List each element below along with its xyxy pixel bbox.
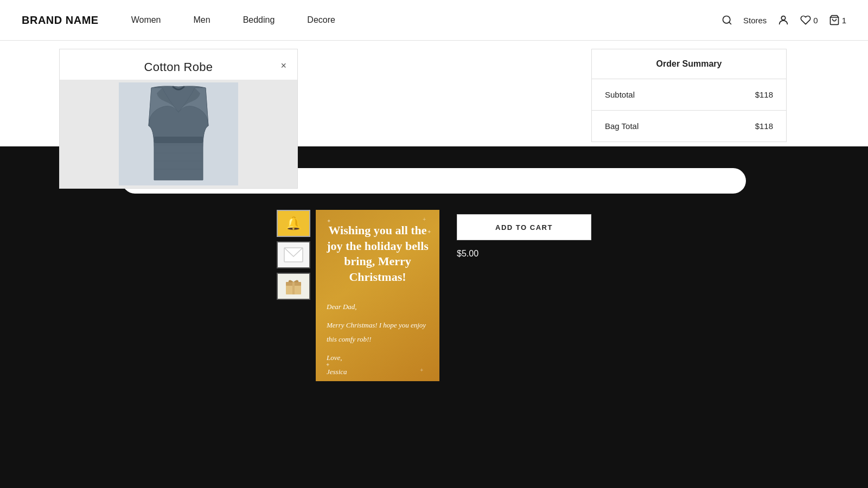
subtotal-row: Subtotal $118 [592,79,786,111]
greeting-card-body: Dear Dad, Merry Christmas! I hope you en… [327,300,429,379]
product-card: Cotton Robe × [59,49,298,189]
dark-section: 🔔 [0,146,868,488]
header: BRAND NAME Women Men Bedding Decore Stor… [0,0,868,41]
product-price: $5.00 [457,249,591,259]
svg-rect-5 [154,137,203,143]
stores-link[interactable]: Stores [743,16,767,25]
subtotal-value: $118 [755,90,773,99]
product-card-header: Cotton Robe × [60,49,297,80]
sparkle-5: + [420,367,423,373]
sparkle-3: ✦ [427,229,431,235]
svg-line-1 [729,22,731,24]
nav-women[interactable]: Women [131,15,161,25]
search-icon[interactable] [722,15,732,25]
close-button[interactable]: × [280,60,286,72]
thumb-bells[interactable]: 🔔 [277,210,310,237]
cart-count: 1 [842,16,846,25]
nav-decore[interactable]: Decore [307,15,335,25]
greeting-card-title: Wishing you all the joy the holiday bell… [327,223,429,285]
subtotal-label: Subtotal [605,90,635,99]
main-area: Cotton Robe × [0,41,868,488]
thumb-envelope[interactable] [277,241,310,268]
sparkle-2: + [423,216,426,222]
wishlist-icon[interactable]: 0 [800,15,818,25]
card-section: 🔔 [277,210,591,381]
bag-total-label: Bag Total [605,121,639,131]
thumbnails: 🔔 [277,210,310,300]
cart-icon[interactable]: 1 [829,15,846,25]
product-image [60,80,297,188]
product-action: ADD TO CART $5.00 [457,210,591,259]
main-nav: Women Men Bedding Decore [131,15,335,25]
nav-men[interactable]: Men [194,15,210,25]
greeting-line4: Jessica [327,365,429,379]
svg-rect-15 [292,282,295,294]
bag-total-row: Bag Total $118 [592,111,786,142]
svg-point-2 [782,16,786,20]
greeting-line3: Love, [327,351,429,365]
sparkle-1: ✦ [327,218,331,224]
thumb-gift[interactable] [277,273,310,300]
bag-total-value: $118 [755,121,773,131]
order-summary: Order Summary Subtotal $118 Bag Total $1… [591,49,787,142]
sparkle-4: ✦ [326,362,330,368]
greeting-line1: Dear Dad, [327,300,429,314]
add-to-cart-button[interactable]: ADD TO CART [457,214,591,240]
header-right: Stores 0 1 [722,14,846,26]
product-card-title: Cotton Robe [144,60,213,74]
brand-name[interactable]: BRAND NAME [22,14,99,27]
greeting-line2: Merry Christmas! I hope you enjoy this c… [327,318,429,346]
header-left: BRAND NAME Women Men Bedding Decore [22,14,335,27]
greeting-card: ✦ + ✦ ✦ + Wishing you all the joy the ho… [316,210,439,381]
wishlist-count: 0 [813,16,818,25]
account-icon[interactable] [777,14,789,26]
order-summary-title: Order Summary [592,49,786,79]
nav-bedding[interactable]: Bedding [243,15,275,25]
